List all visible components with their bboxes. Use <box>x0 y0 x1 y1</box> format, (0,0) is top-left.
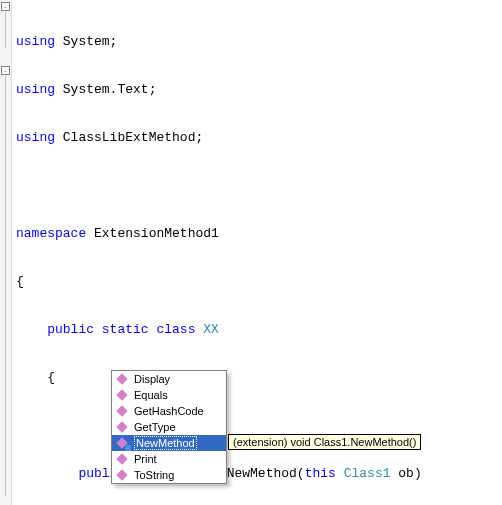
method-icon <box>116 420 130 434</box>
fold-toggle-namespace[interactable]: - <box>1 66 10 75</box>
intellisense-label: Display <box>134 373 170 385</box>
intellisense-item-gettype[interactable]: GetType <box>112 419 226 435</box>
intellisense-item-gethashcode[interactable]: GetHashCode <box>112 403 226 419</box>
intellisense-label: GetHashCode <box>134 405 204 417</box>
intellisense-label: ToString <box>134 469 174 481</box>
intellisense-popup[interactable]: Display Equals GetHashCode GetType NewMe… <box>111 370 227 484</box>
intellisense-item-tostring[interactable]: ToString <box>112 467 226 483</box>
extension-method-icon <box>116 436 130 450</box>
intellisense-item-equals[interactable]: Equals <box>112 387 226 403</box>
intellisense-label: Equals <box>134 389 168 401</box>
outline-gutter: - - <box>0 0 12 505</box>
intellisense-item-print[interactable]: Print <box>112 451 226 467</box>
fold-toggle-usings[interactable]: - <box>1 2 10 11</box>
intellisense-item-display[interactable]: Display <box>112 371 226 387</box>
code-area[interactable]: using System; using System.Text; using C… <box>12 0 502 505</box>
intellisense-label: GetType <box>134 421 176 433</box>
code-editor: - - using System; using System.Text; usi… <box>0 0 502 505</box>
method-icon <box>116 404 130 418</box>
intellisense-item-newmethod[interactable]: NewMethod <box>112 435 226 451</box>
method-icon <box>116 372 130 386</box>
method-icon <box>116 452 130 466</box>
intellisense-label: Print <box>134 453 157 465</box>
method-icon <box>116 388 130 402</box>
tooltip-text: (extension) void Class1.NewMethod() <box>233 436 416 448</box>
method-icon <box>116 468 130 482</box>
intellisense-tooltip: (extension) void Class1.NewMethod() <box>228 434 421 450</box>
intellisense-label: NewMethod <box>134 436 197 450</box>
